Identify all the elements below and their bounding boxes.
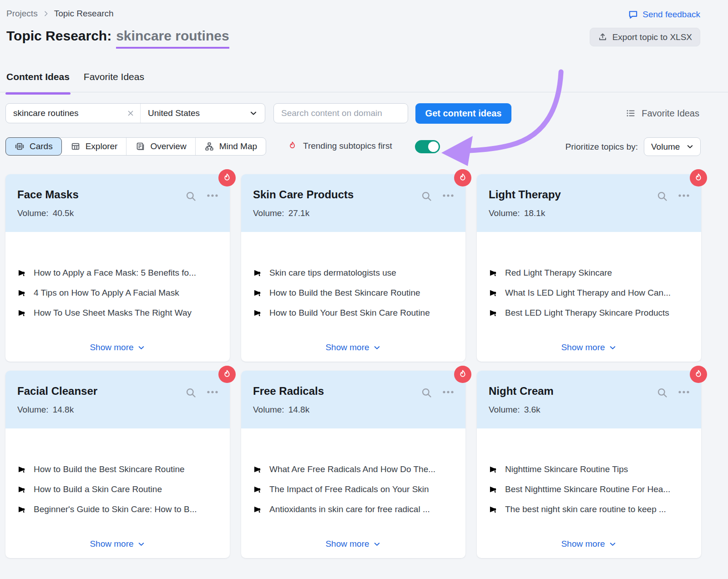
- topic-card-title: Skin Care Products: [253, 188, 354, 201]
- headline-item[interactable]: How to Apply a Face Mask: 5 Benefits fo.…: [17, 263, 222, 283]
- breadcrumb-projects-link[interactable]: Projects: [6, 9, 38, 19]
- tab-bar: Content Ideas Favorite Ideas: [6, 71, 144, 93]
- breadcrumb-current: Topic Research: [54, 9, 114, 19]
- more-options-icon[interactable]: [206, 390, 219, 394]
- show-more-link[interactable]: Show more: [241, 342, 465, 352]
- megaphone-icon: [253, 484, 263, 494]
- topic-card-title: Facial Cleanser: [17, 385, 97, 398]
- domain-search-input[interactable]: [273, 103, 408, 123]
- topic-card: Skin Care Products Volume:27.1k Skin car…: [241, 174, 465, 362]
- more-options-icon[interactable]: [677, 193, 690, 198]
- trending-toggle[interactable]: [415, 140, 440, 153]
- search-icon[interactable]: [656, 387, 668, 399]
- chevron-down-icon: [608, 540, 617, 549]
- headline-list: What Are Free Radicals And How Do The...…: [253, 459, 458, 519]
- trending-badge: [690, 169, 707, 186]
- headline-item[interactable]: Nighttime Skincare Routine Tips: [489, 459, 694, 479]
- headline-item[interactable]: The Impact of Free Radicals on Your Skin: [253, 479, 458, 499]
- trending-badge: [690, 366, 707, 383]
- megaphone-icon: [17, 504, 27, 514]
- topic-card-title: Light Therapy: [489, 188, 561, 201]
- chevron-down-icon: [137, 540, 146, 549]
- show-more-link[interactable]: Show more: [477, 342, 701, 352]
- more-options-icon[interactable]: [677, 390, 690, 394]
- clear-query-icon[interactable]: [125, 107, 136, 119]
- megaphone-icon: [489, 484, 499, 494]
- send-feedback-link[interactable]: Send feedback: [628, 9, 700, 20]
- topic-volume: Volume:40.5k: [17, 208, 74, 218]
- favorite-ideas-link[interactable]: Favorite Ideas: [625, 108, 699, 119]
- prioritize-select[interactable]: Volume: [644, 137, 701, 156]
- chevron-down-icon: [373, 540, 381, 549]
- mind-map-icon: [204, 141, 214, 151]
- search-icon[interactable]: [420, 387, 433, 399]
- megaphone-icon: [253, 504, 263, 514]
- megaphone-icon: [253, 464, 263, 474]
- headline-item[interactable]: Best LED Light Therapy Skincare Products: [489, 303, 694, 323]
- show-more-link[interactable]: Show more: [5, 539, 230, 549]
- headline-item[interactable]: Red Light Therapy Skincare: [489, 263, 694, 283]
- view-cards[interactable]: Cards: [5, 137, 62, 156]
- topic-search-group: United States: [5, 103, 265, 123]
- toggle-knob: [428, 141, 439, 152]
- prioritize-controls: Prioritize topics by: Volume: [566, 137, 701, 156]
- show-more-link[interactable]: Show more: [477, 539, 701, 549]
- view-mind-map[interactable]: Mind Map: [196, 138, 266, 155]
- headline-item[interactable]: 4 Tips on How To Apply A Facial Mask: [17, 283, 222, 303]
- chevron-down-icon: [137, 343, 146, 352]
- headline-item[interactable]: Best Nighttime Skincare Routine For Hea.…: [489, 479, 694, 499]
- more-options-icon[interactable]: [206, 193, 219, 198]
- get-content-ideas-button[interactable]: Get content ideas: [415, 103, 511, 124]
- topic-query-input[interactable]: [13, 108, 125, 118]
- chevron-down-icon: [373, 343, 381, 352]
- export-xlsx-button[interactable]: Export topic to XLSX: [590, 28, 700, 46]
- tab-favorite-ideas[interactable]: Favorite Ideas: [84, 71, 144, 93]
- headline-item[interactable]: Antioxidants in skin care for free radic…: [253, 499, 458, 519]
- page-title-query: skincare routines: [116, 28, 229, 49]
- headline-list: Red Light Therapy Skincare What Is LED L…: [489, 263, 694, 323]
- more-options-icon[interactable]: [442, 390, 455, 394]
- headline-item[interactable]: How to Build Your Best Skin Care Routine: [253, 303, 458, 323]
- megaphone-icon: [17, 288, 27, 298]
- trending-badge: [454, 366, 471, 383]
- headline-item[interactable]: How to Build the Best Skincare Routine: [253, 283, 458, 303]
- headline-list: Skin care tips dermatologists use How to…: [253, 263, 458, 323]
- chevron-down-icon: [608, 343, 617, 352]
- megaphone-icon: [489, 288, 499, 298]
- view-overview[interactable]: Overview: [126, 138, 195, 155]
- headline-item[interactable]: What Is LED Light Therapy and How Can...: [489, 283, 694, 303]
- search-icon[interactable]: [656, 190, 668, 202]
- headline-item[interactable]: Beginner's Guide to Skin Care: How to B.…: [17, 499, 222, 519]
- show-more-link[interactable]: Show more: [241, 539, 465, 549]
- headline-item[interactable]: Skin care tips dermatologists use: [253, 263, 458, 283]
- topic-card: Light Therapy Volume:18.1k Red Light The…: [477, 174, 701, 362]
- prioritize-label: Prioritize topics by:: [566, 142, 638, 152]
- headline-item[interactable]: How To Use Sheet Masks The Right Way: [17, 303, 222, 323]
- topic-volume: Volume:14.8k: [17, 405, 74, 415]
- megaphone-icon: [17, 464, 27, 474]
- view-explorer[interactable]: Explorer: [62, 138, 127, 155]
- topic-card-title: Face Masks: [17, 188, 79, 201]
- show-more-link[interactable]: Show more: [5, 342, 230, 352]
- active-tab-underline: [5, 92, 71, 95]
- headline-item[interactable]: How to Build the Best Skincare Routine: [17, 459, 222, 479]
- cards-view-icon: [15, 141, 25, 151]
- topic-research-page: Projects Topic Research Send feedback Ex…: [0, 0, 728, 579]
- topic-card: Face Masks Volume:40.5k How to Apply a F…: [5, 174, 230, 362]
- search-icon[interactable]: [185, 387, 197, 399]
- region-select[interactable]: United States: [141, 104, 265, 123]
- megaphone-icon: [17, 268, 27, 278]
- megaphone-icon: [17, 484, 27, 494]
- trending-badge: [218, 169, 236, 186]
- headline-item[interactable]: How to Build a Skin Care Routine: [17, 479, 222, 499]
- more-options-icon[interactable]: [442, 193, 455, 198]
- search-icon[interactable]: [420, 190, 433, 202]
- page-title-prefix: Topic Research:: [6, 28, 111, 49]
- topic-card-title: Night Cream: [489, 385, 554, 398]
- headline-item[interactable]: What Are Free Radicals And How Do The...: [253, 459, 458, 479]
- megaphone-icon: [489, 308, 499, 318]
- headline-item[interactable]: The best night skin care routine to keep…: [489, 499, 694, 519]
- search-icon[interactable]: [185, 190, 197, 202]
- topic-volume: Volume:14.8k: [253, 405, 309, 415]
- tab-content-ideas[interactable]: Content Ideas: [6, 71, 70, 93]
